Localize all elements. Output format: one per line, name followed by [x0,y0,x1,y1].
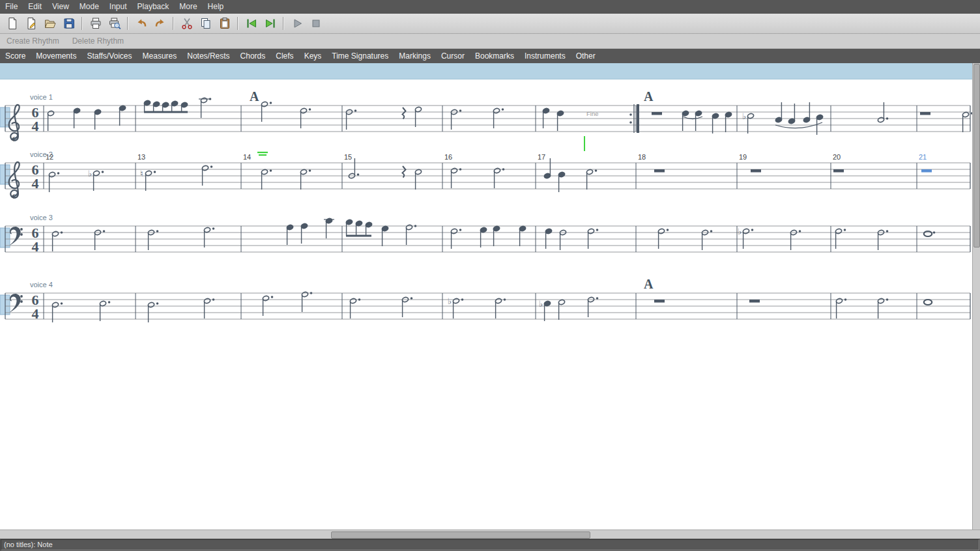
time-signature-denominator: 4 [32,175,39,191]
tab-other[interactable]: Other [571,49,601,63]
new-from-template-icon [25,17,38,30]
tab-bookmarks[interactable]: Bookmarks [470,49,519,63]
measure-number: 16 [444,153,452,161]
menu-more[interactable]: More [174,0,202,14]
print-preview-button[interactable] [106,15,123,32]
menu-view[interactable]: View [47,0,74,14]
fine-label: Fine [586,110,598,117]
vertical-scrollbar-thumb[interactable] [973,64,980,247]
rehearsal-mark[interactable]: A [644,89,654,104]
accidental: ♭ [738,227,742,236]
whole-note[interactable] [924,231,932,236]
toolbar-separator [237,17,238,30]
undo-icon [135,17,148,30]
tab-measures[interactable]: Measures [137,49,182,63]
accidental: ♭ [88,169,92,178]
measure-rest[interactable] [920,112,930,115]
undo-button[interactable] [132,15,150,32]
menubar: FileEditViewModeInputPlaybackMoreHelp [0,0,980,14]
menu-mode[interactable]: Mode [74,0,104,14]
measure-number: 19 [739,153,747,161]
tab-time-signatures[interactable]: Time Signatures [326,49,394,63]
measure-number: 21 [919,153,927,161]
accidental: ♭ [448,296,452,306]
staff-3: 64voice 3♭ [0,214,970,255]
staff-1: 864voice 1♭ [0,93,972,143]
tab-clefs[interactable]: Clefs [270,49,298,63]
tab-score[interactable]: Score [0,49,31,63]
clef-octave-8: 8 [13,135,16,143]
quarter-rest[interactable] [403,107,406,119]
tab-keys[interactable]: Keys [299,49,327,63]
cut-button[interactable] [178,15,195,32]
new-from-template-button[interactable] [22,15,40,32]
time-signature-denominator: 4 [32,238,39,255]
tab-staffs-voices[interactable]: Staffs/Voices [81,49,137,63]
tab-movements[interactable]: Movements [31,49,81,63]
rhythm-toolbar: Create Rhythm Delete Rhythm [0,34,980,49]
save-button[interactable] [60,15,78,32]
measure-rest[interactable] [833,169,844,173]
play-icon [291,17,304,30]
play-button[interactable] [288,15,306,32]
rehearsal-mark[interactable]: A [250,89,259,104]
new-score-button[interactable] [3,15,21,32]
whole-note[interactable] [924,300,932,305]
menu-playback[interactable]: Playback [132,0,175,14]
paste-button[interactable] [216,15,233,32]
voice-label: voice 1 [30,93,53,101]
voice-label: voice 3 [30,214,53,221]
open-button[interactable] [41,15,59,32]
stop-icon [310,17,323,30]
measure-rest[interactable] [921,169,932,173]
staff-4: 64voice 4♭♭ [0,281,970,322]
measure-rest[interactable] [654,300,665,303]
stop-button[interactable] [307,15,324,32]
measure-rest[interactable] [749,300,760,303]
menu-file[interactable]: File [0,0,23,14]
measure-number: 18 [638,153,646,161]
measure-rest[interactable] [654,169,665,173]
status-text: (no titles): Note [1,539,979,550]
menu-help[interactable]: Help [203,0,229,14]
staff-2: 864voice 2♭♮ [0,150,970,200]
score-canvas: 864voice 1♭864voice 2♭♮64voice 3♭64voice… [0,63,972,530]
tab-chords[interactable]: Chords [235,49,271,63]
menu-edit[interactable]: Edit [23,0,47,14]
clef-octave-8: 8 [13,193,16,200]
new-score-icon [6,17,19,30]
bass-clef-icon[interactable] [9,294,23,313]
toolbar-separator [127,17,128,30]
measure-rest[interactable] [652,112,662,115]
bass-clef-icon[interactable] [9,227,23,246]
copy-button[interactable] [197,15,214,32]
toolbar-separator [81,17,83,30]
vertical-scrollbar[interactable] [972,63,980,530]
tab-markings[interactable]: Markings [394,49,436,63]
print-button[interactable] [87,15,104,32]
tab-instruments[interactable]: Instruments [519,49,571,63]
measure-number: 20 [833,153,841,161]
tab-cursor[interactable]: Cursor [436,49,470,63]
go-last-button[interactable] [261,15,279,32]
rehearsal-mark[interactable]: A [644,277,654,291]
create-rhythm-button[interactable]: Create Rhythm [0,36,66,46]
horizontal-scrollbar[interactable] [0,530,980,539]
delete-rhythm-button[interactable]: Delete Rhythm [66,36,130,46]
measure-number: 12 [46,153,53,161]
paste-icon [218,17,231,30]
tab-notes-rests[interactable]: Notes/Rests [182,49,235,63]
copy-icon [199,17,212,30]
horizontal-scrollbar-thumb[interactable] [331,531,590,539]
menu-input[interactable]: Input [104,0,132,14]
print-preview-icon [108,17,121,30]
redo-button[interactable] [151,15,169,32]
category-bar: ScoreMovementsStaffs/VoicesMeasuresNotes… [0,49,980,63]
accidental: ♭ [742,111,746,121]
measure-number: 15 [344,153,352,161]
go-first-icon [245,17,258,30]
measure-rest[interactable] [751,169,761,173]
accidental: ♭ [539,299,543,309]
measure-number: 14 [243,153,251,161]
go-first-button[interactable] [242,15,260,32]
